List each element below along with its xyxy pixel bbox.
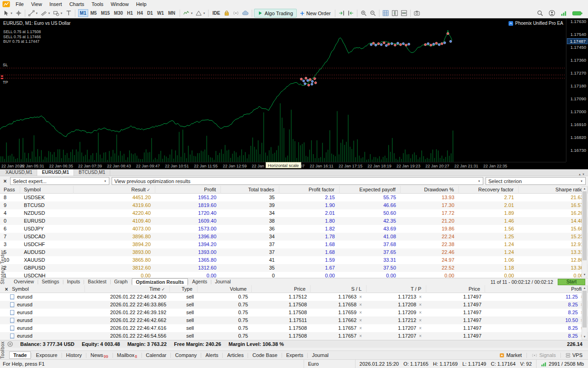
tester-tab-settings[interactable]: Settings [38,278,63,285]
col-header-pass[interactable]: Pass [0,186,20,194]
close-toolbox-button[interactable]: × [4,287,9,292]
tester-tab-agents[interactable]: Agents [188,278,211,285]
zoom-out-button[interactable] [368,9,377,18]
col-header-drawdown[interactable]: Drawdown % [401,186,459,194]
remove-tp-button[interactable]: × [418,294,423,299]
menu-file[interactable]: File [12,1,28,7]
trade-row[interactable]: eurusd2026.01.22 22:46:47.616sell0.751.1… [0,324,588,332]
col-header-type[interactable]: Type [170,285,198,293]
bottom-tab-code-base[interactable]: Code Base [249,352,281,358]
scroll-up-icon[interactable]: ▲ [583,286,586,290]
new-order-button[interactable]: New Order [297,9,333,18]
bottom-tab-trade[interactable]: Trade [9,351,31,359]
timeframe-w1[interactable]: W1 [155,9,166,17]
col-header-price[interactable]: Price [252,285,311,293]
optimization-row[interactable]: 3USDCHF3894.201394.20371.6837.6822.381.2… [0,241,588,248]
select-expert-dropdown[interactable]: Select expert...▼ [10,177,109,185]
signals-tab[interactable]: Signals [529,352,559,358]
bottom-tab-alerts[interactable]: Alerts [202,352,222,358]
trade-row[interactable]: eurusd2026.01.22 22:46:24.200sell0.751.1… [0,293,588,301]
trade-row[interactable]: eurusd2026.01.22 22:46:54.556sell0.751.1… [0,332,588,340]
col-header-recovery-factor[interactable]: Recovery factor [459,186,519,194]
remove-tp-button[interactable]: × [418,334,423,339]
tile-windows-button[interactable] [390,9,399,18]
objects-button[interactable]: ▼ [194,9,206,18]
col-header-profit-factor[interactable]: Profit factor [279,186,339,194]
timeframe-m15[interactable]: M15 [99,9,112,17]
trendline-tool-button[interactable]: ▼ [27,9,39,18]
timeframe-m30[interactable]: M30 [112,9,124,17]
menu-charts[interactable]: Charts [66,1,88,7]
scroll-up-icon[interactable]: ▲ [583,187,586,191]
profile-button[interactable] [548,9,556,18]
optimization-row[interactable]: 4NZDUSD4220.401720.40342.0150.6017.721.8… [0,209,588,217]
algo-trading-button[interactable]: Algo Trading [254,9,297,17]
auto-scroll-button[interactable] [346,9,355,18]
col-header-symbol[interactable]: ×Symbol [0,285,85,293]
tester-tab-graph[interactable]: Graph [111,278,131,285]
bottom-tab-journal[interactable]: Journal [308,352,332,358]
tab-scroll-arrows[interactable]: ▲▼ [578,173,588,176]
connection-status-icon[interactable] [560,9,568,18]
bottom-tab-calendar[interactable]: Calendar [142,352,170,358]
market-tab[interactable]: Market [497,352,525,358]
chart-area[interactable]: EURUSD, M1: Euro vs US Dollar SELL 0.75 … [0,18,588,169]
tester-tab-journal[interactable]: Journal [211,278,234,285]
start-button[interactable]: Start [558,279,585,285]
bottom-tab-news[interactable]: News99 [87,352,112,358]
vps-tab[interactable]: VPS [563,352,585,358]
trade-row[interactable]: eurusd2026.01.22 22:46:42.662sell0.751.1… [0,316,588,324]
timeframe-h1[interactable]: H1 [125,9,135,17]
optimization-row[interactable]: 9BTCUSD4319.601819.60391.9046.6617.302.0… [0,201,588,209]
chart-tab-eurusd-m1[interactable]: EURUSD,M1 [37,169,74,176]
view-results-dropdown[interactable]: View previous optimization results▼ [112,177,483,185]
col-header-volume[interactable]: Volume [198,285,252,293]
timeframe-d1[interactable]: D1 [145,9,155,17]
indicators-button[interactable]: ▼ [182,9,194,18]
price-scale[interactable]: 1.176301.175401.174501.173601.172701.171… [566,18,588,162]
timeframe-h4[interactable]: H4 [135,9,145,17]
col-header-result[interactable]: Result ✓ [74,186,155,194]
col-header-profit[interactable]: Profit [155,186,221,194]
tester-tab-overview[interactable]: Overview [10,278,38,285]
broadcast-icon-button[interactable] [232,9,240,18]
optimization-row[interactable]: 0EURUSD4109.401609.40381.8042.3521.201.4… [0,217,588,225]
cursor-tool-button[interactable]: ▼ [2,9,14,18]
timeframe-m5[interactable]: M5 [89,9,99,17]
bottom-tab-exposure[interactable]: Exposure [32,352,61,358]
screenshot-button[interactable] [413,9,421,18]
zoom-in-button[interactable] [359,9,368,18]
arrange-windows-button[interactable] [400,9,408,18]
tester-tab-optimization-results[interactable]: Optimization Results [132,278,188,286]
remove-tp-button[interactable]: × [418,318,423,323]
remove-tp-button[interactable]: × [418,302,423,307]
remove-sl-button[interactable]: × [358,310,363,315]
col-header-s-l[interactable]: S / L [311,285,367,293]
menu-tools[interactable]: Tools [88,1,107,7]
chart-shift-button[interactable] [337,9,346,18]
trade-row[interactable]: eurusd2026.01.22 22:46:39.192sell0.751.1… [0,309,588,316]
trade-row[interactable]: eurusd2026.01.22 22:46:33.865sell0.751.1… [0,301,588,309]
optimization-row[interactable]: 7USDCAD3896.801396.80341.7841.0822.241.2… [0,233,588,241]
optimization-row[interactable]: 5AUDUSD3893.001393.00371.6837.6522.461.2… [0,248,588,256]
remove-sl-button[interactable]: × [358,302,363,307]
optimization-row[interactable]: 6USDJPY4073.001573.00361.8243.6919.861.5… [0,225,588,233]
col-header-time[interactable]: Time ✓ [85,285,170,293]
channels-tool-button[interactable]: ▼ [40,9,51,18]
remove-tp-button[interactable]: × [418,310,423,315]
shapes-tool-button[interactable]: ▼ [52,9,64,18]
bottom-tab-company[interactable]: Company [171,352,200,358]
col-header-profit[interactable]: Profit [485,285,588,293]
remove-sl-button[interactable]: × [358,294,363,299]
optimization-row[interactable]: 10XAUUSD3865.801365.80411.5933.3124.971.… [0,256,588,264]
optimization-row[interactable]: 1USDCNH0.000.0000.000.000.000.000.00 [0,272,588,278]
scroll-thumb[interactable] [582,291,587,328]
crosshair-tool-button[interactable] [14,9,23,18]
menu-help[interactable]: Help [132,1,150,7]
optimization-row[interactable]: 8USDSEK4451.201951.20352.1555.7513.932.7… [0,194,588,201]
timeframe-mn[interactable]: MN [166,9,177,17]
remove-tp-button[interactable]: × [418,326,423,331]
col-header-total-trades[interactable]: Total trades [221,186,279,194]
col-header-t-p[interactable]: T / P [367,285,426,293]
lock-icon-button[interactable] [222,9,231,18]
